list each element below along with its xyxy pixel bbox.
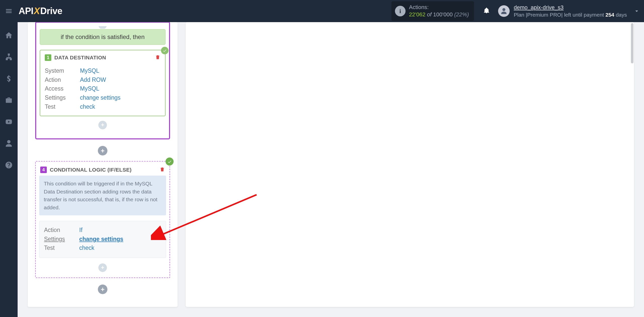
user-name: demo_apix-drive_s3 [514, 4, 627, 11]
check-icon [166, 157, 174, 166]
user-plan: Plan |Premium PRO| left until payment 25… [514, 11, 627, 18]
conditional-logic-title: CONDITIONAL LOGIC (IF/ELSE) [50, 167, 156, 173]
data-destination-title: DATA DESTINATION [54, 55, 152, 61]
hamburger-menu-button[interactable] [0, 7, 18, 15]
kv-key: Action [45, 75, 75, 85]
rail-user-icon[interactable] [3, 137, 15, 149]
kv-key: Access [45, 84, 75, 93]
data-destination-card: 1 DATA DESTINATION System MySQL Action A… [40, 50, 166, 116]
kv-row: Action Add ROW [45, 75, 160, 85]
action-link[interactable]: Add ROW [80, 75, 106, 85]
plan-days: 254 [606, 12, 614, 18]
kv-key: System [45, 66, 75, 75]
add-logic-step-button[interactable] [98, 263, 107, 272]
kv-key: Settings [45, 93, 75, 102]
conditional-logic-header: 4 CONDITIONAL LOGIC (IF/ELSE) [39, 165, 166, 174]
logo[interactable]: API X Drive [19, 6, 62, 16]
actions-of: of [427, 11, 431, 18]
add-block-button[interactable]: + [98, 146, 107, 155]
kv-row: Test check [44, 244, 161, 253]
kv-key: Test [44, 244, 74, 253]
rail-help-icon[interactable] [3, 159, 15, 171]
right-panel [186, 22, 634, 307]
test-link[interactable]: check [80, 102, 95, 111]
kv-key: Test [45, 102, 75, 111]
actions-box[interactable]: i Actions: 22'062 of 100'000 (22%) [391, 1, 474, 21]
actions-pct: (22%) [454, 11, 469, 18]
rail-youtube-icon[interactable] [3, 116, 15, 128]
actions-label: Actions: [409, 4, 469, 11]
scrollbar[interactable] [631, 23, 633, 63]
actions-text: Actions: 22'062 of 100'000 (22%) [409, 4, 469, 18]
rail-sitemap-icon[interactable] [3, 51, 15, 63]
kv-key: Action [44, 226, 74, 235]
delete-data-destination-icon[interactable] [155, 54, 160, 61]
condition-satisfied-banner: if the condition is satisfied, then [40, 29, 166, 45]
rail-home-icon[interactable] [3, 29, 15, 41]
conditional-logic-kv: Action If Settings change settings Test … [39, 221, 166, 258]
logic-test-link[interactable]: check [79, 244, 94, 253]
data-destination-badge: 1 [45, 54, 51, 61]
kv-row: Settings change settings [45, 93, 160, 102]
logo-api: API [19, 6, 33, 16]
data-destination-header: 1 DATA DESTINATION [40, 50, 165, 65]
kv-key: Settings [44, 235, 74, 244]
actions-numbers: 22'062 of 100'000 (22%) [409, 11, 469, 18]
data-destination-kv: System MySQL Action Add ROW Access MySQL… [40, 65, 165, 116]
logic-change-settings-link[interactable]: change settings [79, 235, 123, 244]
info-icon: i [395, 6, 406, 16]
topbar: API X Drive i Actions: 22'062 of 100'000… [0, 0, 644, 22]
kv-row: Test check [45, 102, 160, 111]
user-menu-caret-icon[interactable] [629, 8, 644, 14]
kv-row: Action If [44, 226, 161, 235]
actions-total: 100'000 [433, 11, 453, 18]
purple-condition-box: if the condition is satisfied, then 1 DA… [35, 22, 170, 139]
kv-row: Settings change settings [44, 235, 161, 244]
avatar-icon [498, 5, 510, 17]
user-block[interactable]: demo_apix-drive_s3 Plan |Premium PRO| le… [498, 4, 627, 18]
logo-drive: Drive [40, 6, 62, 16]
plan-prefix: Plan |Premium PRO| left until payment [514, 12, 606, 18]
actions-used: 22'062 [409, 11, 425, 18]
add-final-block-button[interactable]: + [98, 285, 107, 294]
check-icon [161, 47, 169, 54]
conditional-logic-box: 4 CONDITIONAL LOGIC (IF/ELSE) This condi… [35, 161, 170, 278]
leftrail [0, 22, 18, 317]
settings-link[interactable]: change settings [80, 93, 120, 102]
logic-action-link[interactable]: If [79, 226, 83, 235]
kv-row: System MySQL [45, 66, 160, 75]
kv-row: Access MySQL [45, 84, 160, 93]
conditional-logic-note: This condition will be triggered if in t… [39, 176, 166, 215]
content: if the condition is satisfied, then 1 DA… [18, 22, 644, 317]
user-text: demo_apix-drive_s3 Plan |Premium PRO| le… [514, 4, 627, 18]
logo-x: X [34, 6, 40, 16]
access-link[interactable]: MySQL [80, 84, 99, 93]
notifications-bell-icon[interactable] [480, 7, 493, 16]
plan-suffix: days [614, 12, 627, 18]
left-panel: if the condition is satisfied, then 1 DA… [28, 22, 178, 307]
delete-conditional-logic-icon[interactable] [159, 167, 165, 173]
conditional-logic-badge: 4 [40, 167, 47, 173]
system-link[interactable]: MySQL [80, 66, 99, 75]
rail-billing-icon[interactable] [3, 72, 15, 85]
add-step-button[interactable] [98, 121, 107, 129]
rail-briefcase-icon[interactable] [3, 94, 15, 106]
